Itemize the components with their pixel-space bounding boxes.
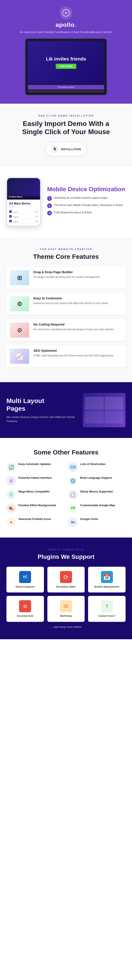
plugins-grid: VC Visual Composer ⟳ Revolution Slider 📅…: [6, 567, 126, 622]
laptop-bar: This week events: [28, 85, 104, 89]
mobile-feature-text-3: Fully Responsive layout & Retina: [54, 211, 92, 214]
eg-name: Essential Grid: [17, 614, 33, 617]
megamenu-content: Mega Menu Compatible: [18, 490, 49, 493]
plugins-more: ... and many more others: [6, 625, 126, 628]
gfonts-icon: Aa: [68, 517, 78, 527]
plugins-title: Plugins We Support: [6, 554, 126, 560]
feature-desc-drag: VC plugin includes amazing tools for con…: [33, 275, 100, 279]
mobile-feature-num-3: 3: [47, 211, 52, 215]
multi-text: Multi Layout Pages We create Several Uni…: [6, 397, 78, 423]
phone-screen-content: DJ Marc Burns ARTIST Track 013:24 Track …: [7, 200, 40, 226]
parallax-icon: 🎭: [6, 504, 16, 513]
fontello-icon: ★: [6, 517, 16, 527]
plugin-card-booked: 📅 Booked Appointments: [88, 567, 126, 592]
vc-name: Visual Composer: [16, 585, 35, 588]
feature-grid-item-multilang: 🌐 Multi Language Support: [68, 476, 126, 485]
laptop-bottom: [28, 90, 104, 92]
feature-grid-item-shortcodes: ⌨ Lots of Shortcodes: [68, 463, 126, 472]
mobile-feature-text-1: Absolutely all scrollable sections suppo…: [54, 196, 107, 200]
feature-img-drag: ⊞: [10, 270, 29, 285]
laptop-cta-btn: SUBSCRIBE: [56, 64, 76, 69]
other-features-section: Some Other Features 🔄 Easy Automatic Upd…: [0, 438, 132, 538]
shortcodes-content: Lots of Shortcodes: [80, 463, 105, 466]
feature-grid-item-parallax: 🎭 Parallax Effect Backgrounds: [6, 504, 64, 513]
multilang-icon: 🌐: [68, 476, 78, 485]
logo-icon: A: [60, 6, 72, 19]
plugin-card-mc: ✉ MailChimp: [47, 596, 85, 622]
maps-content: Customizable Google Map: [80, 504, 115, 507]
shortcodes-label: Lots of Shortcodes: [80, 463, 105, 466]
megamenu-label: Mega Menu Compatible: [18, 490, 49, 493]
laptop-mockup: Lik invites friends SUBSCRIBE This week …: [25, 39, 107, 95]
multilang-content: Multi Language Support: [80, 476, 112, 480]
core-features-label: FOR EASY WEBSITE CREATION: [6, 248, 126, 250]
maps-label: Customizable Google Map: [80, 504, 115, 507]
one-click-title: Easily Import Demo With a Single Click o…: [6, 119, 126, 136]
other-features-title: Some Other Features: [6, 449, 126, 456]
admin-icon: ⚙: [6, 476, 16, 485]
laptop-screen: Lik invites friends SUBSCRIBE: [28, 41, 104, 84]
plugin-card-eg: ⊞ Essential Grid: [6, 596, 44, 622]
core-features-title: Theme Core Features: [6, 253, 126, 260]
phone-mockup: DJ Marc Burns DJ Marc Burns ARTIST Track…: [6, 177, 41, 226]
mobile-feature-3: 3 Fully Responsive layout & Retina: [47, 211, 126, 215]
booked-icon: 📅: [101, 571, 113, 583]
maps-icon: 🗺: [68, 504, 78, 513]
feature-title-nocode: No Coding Required: [33, 323, 114, 326]
multilang-label: Multi Language Support: [80, 476, 112, 480]
feature-grid-item-maps: 🗺 Customizable Google Map: [68, 504, 126, 513]
feature-desc-nocode: No need to be a professional web develop…: [33, 328, 114, 331]
phone-row: Track 013:24: [9, 210, 38, 214]
mobile-feature-1: 1 Absolutely all scrollable sections sup…: [47, 196, 126, 201]
mobile-feature-text-2: The theme uses Mobile Friendly sliders: …: [54, 204, 123, 207]
phone-row: Track 032:58: [9, 219, 38, 224]
parallax-content: Parallax Effect Backgrounds: [18, 504, 56, 507]
header-section: A apollo. An Awesome User-Friendly Combi…: [0, 0, 132, 103]
feature-title-seo: SEO Optimized: [33, 349, 114, 352]
phone-dj-name: DJ Marc Burns: [9, 196, 38, 198]
rev-icon: ⟳: [60, 571, 72, 583]
feature-desc-seo: HTML code integrated into the theme meet…: [33, 354, 114, 358]
feature-img-nocode: ⊘: [10, 323, 29, 337]
one-click-section: ONE CLICK DEMO INSTALLATION Easily Impor…: [0, 103, 132, 167]
one-click-label: ONE CLICK DEMO INSTALLATION: [6, 115, 126, 117]
phone-row: Track 024:11: [9, 214, 38, 219]
phone-artist-label: DJ Marc Burns: [9, 202, 38, 205]
install-label: INSTALLATION: [61, 148, 81, 151]
feature-grid-item-updates: 🔄 Easy Automatic Updates: [6, 463, 64, 472]
feature-grid-item-sticky: 📋 Sticky Menus Supported: [68, 490, 126, 500]
brand-name: apollo.: [4, 21, 128, 28]
mobile-title: Mobile Device Optimization: [47, 186, 126, 193]
laptop-screen-content: Lik invites friends SUBSCRIBE: [46, 56, 86, 68]
phone-header-img: DJ Marc Burns: [7, 178, 40, 200]
feature-grid-item-megamenu: ☰ Mega Menu Compatible: [6, 490, 64, 500]
feature-item-seo: 📈 SEO Optimized HTML code integrated int…: [6, 345, 126, 367]
booked-name: Booked Appointments: [94, 585, 119, 588]
plugin-card-cf7: 7 Contact Form 7: [88, 596, 126, 622]
mobile-feature-2: 2 The theme uses Mobile Friendly sliders…: [47, 204, 126, 208]
mobile-feature-num-2: 2: [47, 204, 52, 208]
core-features-section: FOR EASY WEBSITE CREATION Theme Core Fea…: [0, 237, 132, 382]
feature-content-drag: Drag & Drop Page Builder VC plugin inclu…: [33, 270, 100, 279]
cf7-name: Contact Form 7: [98, 614, 116, 617]
plugin-card-vc: VC Visual Composer: [6, 567, 44, 592]
features-grid: 🔄 Easy Automatic Updates ⌨ Lots of Short…: [6, 463, 126, 527]
feature-content-seo: SEO Optimized HTML code integrated into …: [33, 349, 114, 358]
plugins-label: FREE & COMPATIBLE: [6, 548, 126, 551]
install-badge: 🖱 INSTALLATION: [45, 142, 86, 156]
multi-img: [83, 393, 126, 427]
mobile-section: DJ Marc Burns DJ Marc Burns ARTIST Track…: [0, 167, 132, 237]
multi-desc: We create Several Unique Demos with Diff…: [6, 415, 78, 423]
feature-title-drag: Drag & Drop Page Builder: [33, 270, 100, 274]
feature-img-easy: ⚙: [10, 296, 29, 311]
admin-content: Powerful Admin Interface: [18, 476, 52, 480]
megamenu-icon: ☰: [6, 490, 16, 500]
plugins-section: FREE & COMPATIBLE Plugins We Support VC …: [0, 538, 132, 639]
admin-label: Powerful Admin Interface: [18, 476, 52, 480]
shortcodes-icon: ⌨: [68, 463, 78, 472]
mc-name: MailChimp: [60, 614, 72, 617]
laptop-headline: Lik invites friends: [46, 56, 86, 62]
mc-icon: ✉: [60, 600, 72, 612]
phone-rows: Track 013:24 Track 024:11 Track 032:58: [9, 210, 38, 224]
svg-text:A: A: [65, 11, 67, 14]
